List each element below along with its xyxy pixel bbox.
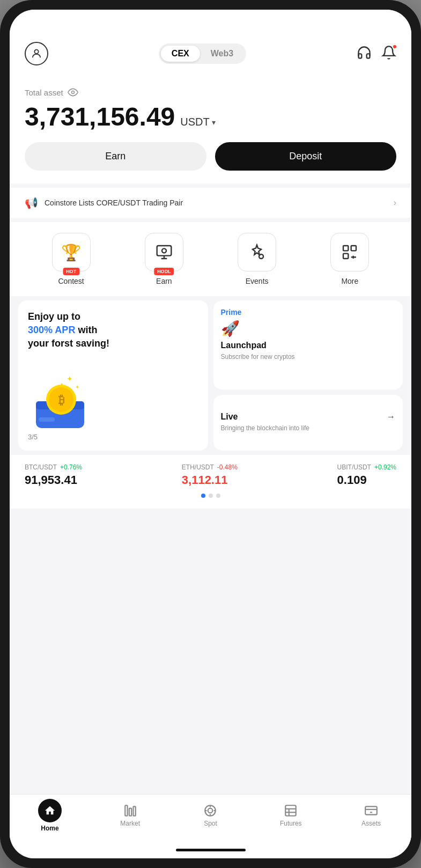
ticker-row: BTC/USDT +0.76% 91,953.41 ETH/USDT -0.48… (25, 464, 396, 487)
svg-rect-15 (39, 417, 55, 422)
svg-rect-21 (133, 806, 135, 815)
eth-price: 3,112.11 (182, 473, 238, 487)
btc-ticker[interactable]: BTC/USDT +0.76% 91,953.41 (25, 464, 82, 487)
nav-assets[interactable]: Assets (352, 804, 390, 827)
contest-icon-item[interactable]: 🏆 HOT Contest (52, 233, 91, 285)
profile-button[interactable] (25, 42, 48, 65)
market-icon (123, 804, 137, 818)
apr-card[interactable]: Enjoy up to 300% APR with your forst sav… (18, 300, 208, 451)
asset-amount: 3,731,156.49 USDT ▾ (25, 102, 396, 131)
ticker-dot-2[interactable] (209, 494, 213, 498)
live-arrow: → (387, 412, 395, 422)
more-icon-item[interactable]: More (330, 233, 369, 285)
svg-rect-28 (286, 805, 297, 816)
announcement-chevron: › (394, 198, 396, 208)
price-ticker-section: BTC/USDT +0.76% 91,953.41 ETH/USDT -0.48… (10, 455, 411, 509)
prime-label: Prime (221, 308, 396, 317)
futures-icon (284, 804, 298, 818)
deposit-button[interactable]: Deposit (215, 142, 397, 171)
quick-icons-section: 🏆 HOT Contest HODL Earn (10, 222, 411, 296)
more-label: More (341, 277, 358, 285)
svg-text:₿: ₿ (58, 393, 64, 407)
svg-text:✦: ✦ (67, 374, 73, 383)
eth-ticker[interactable]: ETH/USDT -0.48% 3,112.11 (182, 464, 238, 487)
btc-price: 91,953.41 (25, 473, 82, 487)
spot-label: Spot (204, 820, 217, 827)
btc-pair: BTC/USDT (25, 464, 57, 471)
eye-icon[interactable] (68, 87, 78, 98)
events-icon-item[interactable]: Events (238, 233, 276, 285)
hodl-badge: HODL (154, 268, 174, 275)
total-asset-label: Total asset (25, 87, 396, 98)
home-label: Home (41, 825, 58, 832)
live-card[interactable]: Live → Bringing the blockchain into life (213, 395, 403, 451)
asset-section: Total asset 3,731,156.49 USDT ▾ Earn Dep (10, 76, 411, 183)
cex-tab[interactable]: CEX (161, 46, 200, 62)
announcement-bar[interactable]: 📢 Coinstore Lists CORE/USDT Trading Pair… (10, 188, 411, 218)
hot-badge: HOT (63, 268, 79, 275)
apr-text: Enjoy up to 300% APR with your forst sav… (28, 310, 198, 351)
svg-rect-7 (343, 254, 348, 259)
svg-rect-6 (351, 246, 356, 251)
earn-icon-box: HODL (145, 233, 183, 271)
more-icon-box (330, 233, 369, 271)
notification-badge (392, 44, 397, 49)
announcement-icon: 📢 (25, 196, 38, 209)
svg-point-23 (208, 808, 213, 813)
announcement-text: Coinstore Lists CORE/USDT Trading Pair (45, 198, 183, 207)
spot-icon (203, 804, 217, 818)
mode-toggle[interactable]: CEX Web3 (159, 43, 246, 64)
web3-tab[interactable]: Web3 (200, 46, 244, 62)
launchpad-title: Launchpad (221, 341, 396, 350)
wallet-coin-svg: ✦ ✦ ✦ ₿ (28, 372, 92, 431)
launchpad-card[interactable]: Prime 🚀 Launchpad Subscribe for new cryp… (213, 300, 403, 389)
apr-card-content: Enjoy up to 300% APR with your forst sav… (28, 310, 198, 351)
svg-rect-5 (343, 246, 348, 251)
home-indicator (10, 841, 411, 858)
profile-icon[interactable] (25, 42, 48, 65)
promo-cards: Enjoy up to 300% APR with your forst sav… (10, 300, 411, 451)
bottom-navigation: Home Market Spot (10, 794, 411, 841)
ubit-pair: UBIT/USDT (337, 464, 371, 471)
launchpad-subtitle: Subscribe for new cryptos (221, 352, 396, 362)
assets-label: Assets (361, 820, 381, 827)
futures-label: Futures (280, 820, 302, 827)
contest-label: Contest (58, 277, 84, 285)
asset-currency[interactable]: USDT ▾ (180, 116, 215, 128)
more-icon (341, 244, 358, 261)
live-title: Live (221, 412, 238, 422)
nav-home[interactable]: Home (31, 799, 69, 832)
ubit-price: 0.109 (337, 473, 396, 487)
nav-market[interactable]: Market (112, 804, 149, 827)
svg-point-0 (34, 50, 38, 54)
live-subtitle: Bringing the blockchain into life (221, 424, 396, 433)
svg-rect-20 (129, 808, 131, 815)
ticker-dot-3[interactable] (216, 494, 220, 498)
ubit-change: +0.92% (374, 464, 396, 471)
action-buttons: Earn Deposit (25, 142, 396, 171)
notifications-button[interactable] (381, 45, 396, 62)
nav-spot[interactable]: Spot (191, 804, 229, 827)
ubit-ticker[interactable]: UBIT/USDT +0.92% 0.109 (337, 464, 396, 487)
svg-rect-19 (125, 805, 127, 816)
header-actions (357, 45, 396, 62)
earn-icon (156, 244, 173, 261)
svg-point-1 (71, 91, 74, 94)
eth-pair: ETH/USDT (182, 464, 214, 471)
ticker-dot-1[interactable] (201, 494, 205, 498)
earn-button[interactable]: Earn (25, 142, 206, 171)
support-icon[interactable] (357, 45, 372, 62)
card-page-indicator: 3/5 (28, 433, 38, 441)
contest-icon-box: 🏆 HOT (52, 233, 91, 271)
market-label: Market (120, 820, 140, 827)
events-icon (248, 244, 265, 261)
earn-icon-item[interactable]: HODL Earn (145, 233, 183, 285)
svg-point-4 (259, 254, 263, 259)
svg-point-3 (162, 248, 166, 253)
eth-change: -0.48% (217, 464, 238, 471)
home-bar (176, 849, 246, 851)
assets-icon (364, 804, 378, 818)
currency-caret: ▾ (212, 118, 216, 127)
svg-rect-32 (365, 806, 377, 814)
nav-futures[interactable]: Futures (272, 804, 309, 827)
